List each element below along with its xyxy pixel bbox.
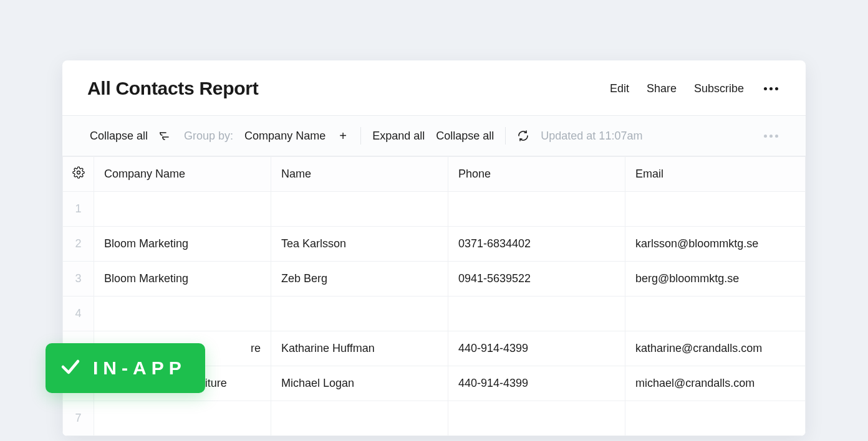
cell-name[interactable] (271, 192, 448, 227)
cell-phone[interactable] (448, 192, 625, 227)
table-row[interactable]: 4 (63, 296, 806, 331)
row-number: 4 (63, 296, 94, 331)
panel-header: All Contacts Report Edit Share Subscribe (62, 60, 806, 115)
cell-email[interactable] (625, 401, 806, 436)
more-actions-button[interactable] (761, 85, 781, 93)
cell-company[interactable] (94, 401, 271, 436)
row-number: 2 (63, 227, 94, 262)
cell-phone[interactable] (448, 401, 625, 436)
divider (360, 127, 361, 145)
contacts-table: Company Name Name Phone Email 1 2 Bloom … (62, 156, 806, 436)
cell-name[interactable]: Katharine Huffman (271, 331, 448, 366)
column-company-name[interactable]: Company Name (94, 157, 271, 192)
cell-email[interactable]: berg@bloommktg.se (625, 262, 806, 296)
row-number: 3 (63, 262, 94, 296)
cell-name[interactable]: Michael Logan (271, 366, 448, 401)
panel-actions: Edit Share Subscribe (610, 82, 781, 95)
refresh-icon[interactable] (517, 130, 529, 142)
updated-label: Updated at 11:07am (541, 130, 642, 143)
cell-name[interactable]: Zeb Berg (271, 262, 448, 296)
add-group-button[interactable]: + (337, 129, 349, 143)
column-name[interactable]: Name (271, 157, 448, 192)
badge-text: IN-APP (93, 358, 186, 379)
table-row[interactable]: 2 Bloom Marketing Tea Karlsson 0371-6834… (63, 227, 806, 262)
toolbar: Collapse all Group by: Company Name + Ex… (62, 115, 806, 156)
edit-button[interactable]: Edit (610, 82, 629, 95)
cell-phone[interactable] (448, 296, 625, 331)
subscribe-button[interactable]: Subscribe (694, 82, 744, 95)
cell-email[interactable]: karlsson@bloommktg.se (625, 227, 806, 262)
cell-email[interactable] (625, 296, 806, 331)
row-number: 1 (63, 192, 94, 227)
column-email[interactable]: Email (625, 157, 806, 192)
in-app-badge: IN-APP (46, 343, 205, 393)
collapse-all-button[interactable]: Collapse all (90, 130, 148, 143)
check-icon (59, 356, 82, 381)
cell-email[interactable]: katharine@crandalls.com (625, 331, 806, 366)
table-row[interactable]: 3 Bloom Marketing Zeb Berg 0941-5639522 … (63, 262, 806, 296)
table-row[interactable]: 7 (63, 401, 806, 436)
cell-phone[interactable]: 440-914-4399 (448, 331, 625, 366)
cell-company[interactable] (94, 192, 271, 227)
cell-phone[interactable]: 0371-6834402 (448, 227, 625, 262)
group-by-label: Group by: (184, 130, 233, 143)
collapse-all-right-button[interactable]: Collapse all (436, 130, 494, 143)
cell-company[interactable] (94, 296, 271, 331)
svg-point-0 (77, 171, 80, 174)
table-header-row: Company Name Name Phone Email (63, 157, 806, 192)
settings-column-header[interactable] (63, 157, 94, 192)
column-phone[interactable]: Phone (448, 157, 625, 192)
row-number: 7 (63, 401, 94, 436)
cell-phone[interactable]: 440-914-4399 (448, 366, 625, 401)
cell-email[interactable] (625, 192, 806, 227)
cell-name[interactable] (271, 296, 448, 331)
group-icon[interactable] (159, 130, 173, 141)
divider (505, 127, 506, 145)
gear-icon[interactable] (63, 166, 94, 179)
cell-company[interactable]: Bloom Marketing (94, 262, 271, 296)
group-by-value[interactable]: Company Name (244, 130, 326, 143)
toolbar-more-button[interactable] (761, 132, 781, 140)
page-title: All Contacts Report (87, 78, 258, 99)
cell-email[interactable]: michael@crandalls.com (625, 366, 806, 401)
cell-phone[interactable]: 0941-5639522 (448, 262, 625, 296)
cell-name[interactable]: Tea Karlsson (271, 227, 448, 262)
table-row[interactable]: 1 (63, 192, 806, 227)
expand-all-button[interactable]: Expand all (372, 130, 425, 143)
cell-company[interactable]: Bloom Marketing (94, 227, 271, 262)
cell-name[interactable] (271, 401, 448, 436)
share-button[interactable]: Share (647, 82, 677, 95)
